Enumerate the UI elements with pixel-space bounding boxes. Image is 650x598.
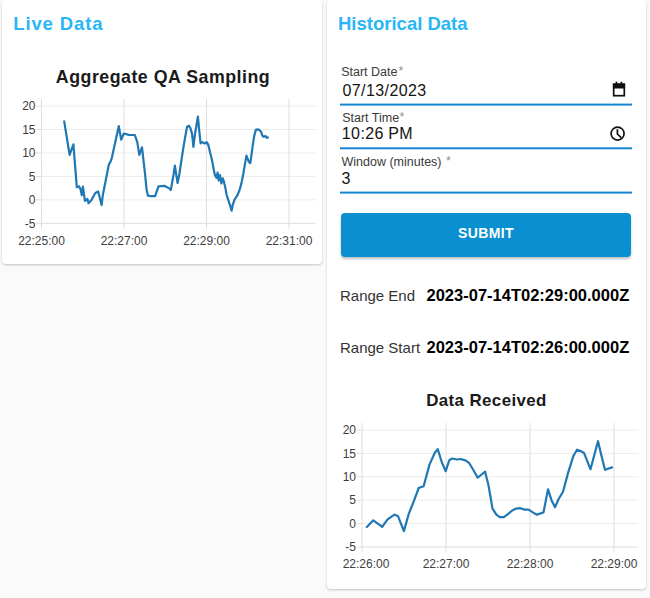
svg-text:2023-07-14T02:29:00.000Z: 2023-07-14T02:29:00.000Z [427, 286, 630, 304]
svg-text:15: 15 [22, 123, 36, 137]
svg-text:*: * [446, 154, 451, 168]
svg-text:0: 0 [29, 193, 36, 207]
svg-text:22:29:00: 22:29:00 [183, 234, 230, 248]
svg-text:-5: -5 [345, 540, 356, 554]
svg-text:07/13/2023: 07/13/2023 [343, 82, 427, 99]
svg-text:10: 10 [343, 470, 357, 484]
svg-text:5: 5 [29, 170, 36, 184]
svg-text:Range End: Range End [340, 287, 415, 304]
svg-text:-5: -5 [25, 217, 36, 231]
svg-text:22:27:00: 22:27:00 [101, 234, 148, 248]
svg-text:2023-07-14T02:26:00.000Z: 2023-07-14T02:26:00.000Z [427, 338, 630, 356]
svg-text:0: 0 [349, 517, 356, 531]
svg-text:Start Date: Start Date [341, 65, 397, 79]
svg-text:Window (minutes): Window (minutes) [342, 155, 442, 169]
svg-text:Aggregate QA Sampling: Aggregate QA Sampling [56, 67, 270, 87]
svg-text:Range Start: Range Start [340, 339, 421, 356]
svg-text:PM: PM [388, 125, 413, 142]
svg-text:Data Received: Data Received [426, 391, 547, 410]
svg-text:20: 20 [343, 423, 357, 437]
svg-text:22:29:00: 22:29:00 [591, 557, 638, 571]
svg-text:22:26:00: 22:26:00 [343, 557, 390, 571]
svg-text:Live Data: Live Data [13, 13, 103, 34]
svg-text:Historical Data: Historical Data [338, 13, 468, 34]
svg-text:20: 20 [22, 99, 36, 113]
svg-text:15: 15 [343, 447, 357, 461]
svg-text:10: 10 [22, 146, 36, 160]
svg-text:22:28:00: 22:28:00 [507, 557, 554, 571]
svg-text:Start Time: Start Time [342, 111, 399, 125]
svg-text:*: * [399, 64, 404, 78]
svg-text:*: * [400, 110, 405, 124]
svg-text:22:25:00: 22:25:00 [18, 234, 65, 248]
svg-text:3: 3 [342, 170, 351, 187]
svg-text:22:27:00: 22:27:00 [423, 557, 470, 571]
svg-text:SUBMIT: SUBMIT [458, 225, 514, 241]
svg-text:10:26: 10:26 [342, 125, 384, 142]
svg-text:5: 5 [349, 493, 356, 507]
svg-text:22:31:00: 22:31:00 [266, 234, 313, 248]
